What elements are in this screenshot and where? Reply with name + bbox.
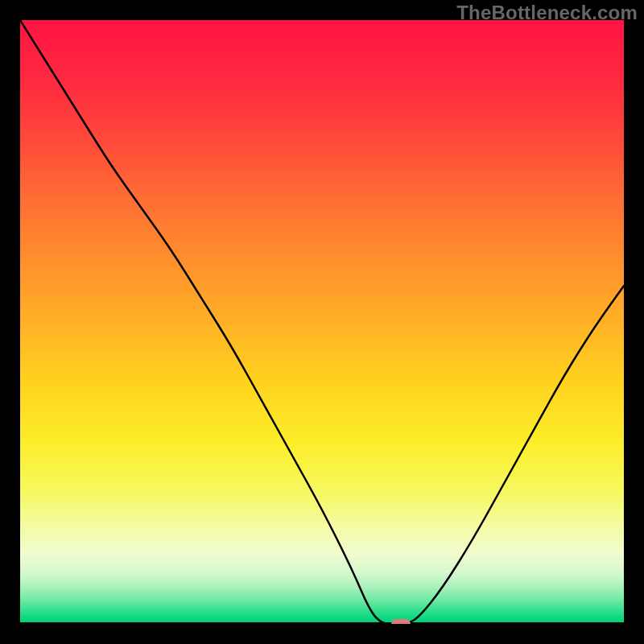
optimal-point-marker (391, 619, 411, 624)
chart-container: TheBottleneck.com (0, 0, 644, 644)
baseline (20, 622, 624, 624)
bottleneck-curve (20, 20, 624, 624)
plot-area (20, 20, 624, 624)
curve-layer (20, 20, 624, 624)
